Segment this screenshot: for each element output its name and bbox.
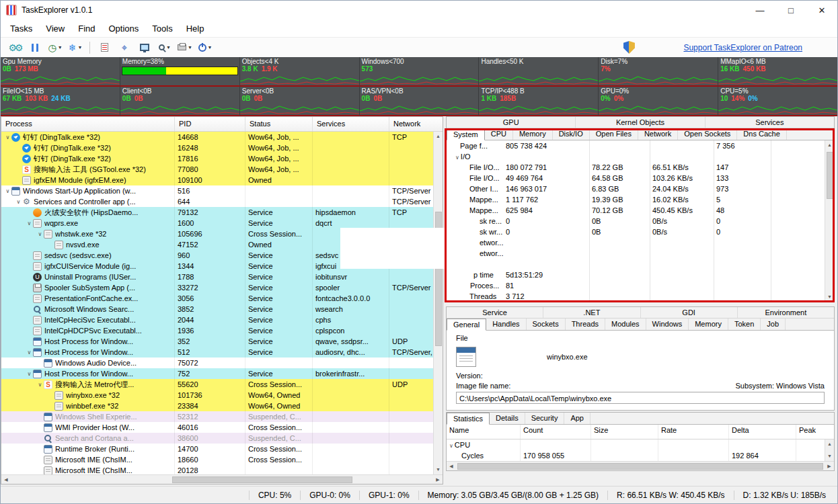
system-info-row[interactable]: p time5d13:51:29 <box>447 269 825 280</box>
scroll-track[interactable] <box>11 475 433 484</box>
process-row[interactable]: 钉钉 (DingTalk.exe *32)16248Wow64, Job, ..… <box>1 142 433 153</box>
group-expander-icon[interactable]: ∨ <box>449 443 453 449</box>
scroll-down-arrow[interactable]: ▼ <box>827 452 832 461</box>
process-horizontal-scrollbar[interactable]: ◀ ▶ <box>1 474 443 484</box>
graph-objects-4-k[interactable]: Objects<4 K3.8 K1.9 K <box>240 57 360 87</box>
graph-server-0b[interactable]: Server<0B0B0B <box>240 87 360 116</box>
system-info-row[interactable]: etwor... <box>447 248 825 259</box>
process-row[interactable]: IntelCpHeciSvc Executabl...2044Servicecp… <box>1 314 433 325</box>
tab-system[interactable]: System <box>447 128 485 140</box>
process-row[interactable]: Uninstall Programs (IUSer...1788Servicei… <box>1 271 433 282</box>
scroll-thumb[interactable] <box>172 476 352 483</box>
process-row[interactable]: ∨Services and Controller app (...644TCP/… <box>1 196 433 207</box>
process-row[interactable]: PresentationFontCache.ex...3056Servicefo… <box>1 293 433 304</box>
process-row[interactable]: igfxEM Module (igfxEM.exe)109100Owned <box>1 175 433 185</box>
stat-column-delta[interactable]: Delta <box>729 425 796 439</box>
tab-network[interactable]: Network <box>638 128 678 140</box>
tab-net[interactable]: .NET <box>543 307 640 318</box>
tree-expander[interactable]: ∨ <box>36 231 44 237</box>
process-row[interactable]: ∨Host Process for Window...752Servicebro… <box>1 368 433 379</box>
system-info-row[interactable]: Mappe...625 98470.12 GB450.45 KB/s48 <box>447 205 825 216</box>
stat-column-name[interactable]: Name <box>447 425 521 439</box>
scroll-left-arrow[interactable]: ◀ <box>447 464 456 469</box>
scroll-track[interactable] <box>456 462 825 470</box>
scroll-left-arrow[interactable]: ◀ <box>1 477 11 482</box>
tree-expander[interactable]: ∨ <box>26 349 33 355</box>
graph-memory-38[interactable]: Memory=38% <box>120 57 240 87</box>
process-row[interactable]: Microsoft IME (ChsIM...18660Cross Sessio… <box>1 454 433 465</box>
graph-gpu-memory[interactable]: Gpu Memory0B173 MB <box>1 57 120 87</box>
menu-options[interactable]: Options <box>102 21 145 36</box>
scroll-thumb[interactable] <box>827 152 833 199</box>
process-row[interactable]: Microsoft IME (ChsIM...20128 <box>1 465 433 474</box>
security-shield-icon[interactable] <box>620 40 638 56</box>
tree-expander[interactable]: ∨ <box>36 382 44 388</box>
menu-tools[interactable]: Tools <box>145 21 179 36</box>
tab-open-sockets[interactable]: Open Sockets <box>678 128 737 140</box>
process-row[interactable]: winybxo.exe *32101736Wow64, Owned <box>1 390 433 401</box>
tab-memory[interactable]: Memory <box>513 128 553 140</box>
tab-kernel-objects[interactable]: Kernel Objects <box>576 117 705 128</box>
process-row[interactable]: WMI Provider Host (W...46016Cross Sessio… <box>1 422 433 433</box>
system-info-row[interactable]: Other I...146 963 0176.83 GB24.04 KB/s97… <box>447 183 825 194</box>
process-row[interactable]: Runtime Broker (Runti...14700Cross Sessi… <box>1 444 433 454</box>
scroll-up-arrow[interactable]: ▲ <box>436 132 441 141</box>
pause-icon[interactable] <box>26 40 44 56</box>
graph-tcp-ip-488-b[interactable]: TCP/IP<488 B1 KB185B <box>479 87 599 116</box>
process-row[interactable]: ∨Windows Start-Up Application (w...516TC… <box>1 185 433 196</box>
menu-help[interactable]: Help <box>180 21 211 36</box>
power-icon[interactable]: ▼ <box>196 40 214 56</box>
tab-threads[interactable]: Threads <box>566 319 605 330</box>
tab-memory[interactable]: Memory <box>689 319 728 330</box>
tab-environment[interactable]: Environment <box>738 307 834 318</box>
process-row[interactable]: Search and Cortana a...38600Suspended, C… <box>1 433 433 444</box>
menu-find[interactable]: Find <box>71 21 102 36</box>
process-vertical-scrollbar[interactable]: ▲ ▼ <box>433 132 443 474</box>
tab-services[interactable]: Services <box>706 117 834 128</box>
process-row[interactable]: ∨Host Process for Window...512Serviceaud… <box>1 347 433 358</box>
system-info-row[interactable]: Page f...805 738 4247 356 <box>447 140 825 151</box>
graph-handles-50-k[interactable]: Handles<50 K <box>479 57 599 87</box>
find-window-icon[interactable]: ▼ <box>156 40 174 56</box>
tab-details[interactable]: Details <box>490 413 525 424</box>
stat-row[interactable]: ∨CPU <box>447 439 825 450</box>
graph-ras-vpn-0b[interactable]: RAS/VPN<0B0B0B <box>360 87 480 116</box>
system-info-row[interactable]: File I/O...180 072 79178.22 GB66.51 KB/s… <box>447 162 825 173</box>
tab-job[interactable]: Job <box>761 319 786 330</box>
scroll-down-arrow[interactable]: ▼ <box>827 292 832 302</box>
close-button[interactable]: ✕ <box>806 1 837 19</box>
stat-column-peak[interactable]: Peak <box>796 425 834 439</box>
report-icon[interactable] <box>96 40 113 56</box>
system-info-row[interactable]: sk wr...00B0B/s0 <box>447 226 825 237</box>
column-header-process[interactable]: Process <box>1 117 175 131</box>
group-expander-icon[interactable]: ∨ <box>455 155 459 161</box>
process-row[interactable]: Host Process for Window...352Serviceqwav… <box>1 336 433 347</box>
stat-column-rate[interactable]: Rate <box>658 425 729 439</box>
graph-cpu-5[interactable]: CPU=5%1014%0% <box>718 87 837 116</box>
system-info-row[interactable]: ∨I/O <box>447 151 825 162</box>
scroll-down-arrow[interactable]: ▼ <box>436 465 441 474</box>
tab-handles[interactable]: Handles <box>486 319 526 330</box>
tab-modules[interactable]: Modules <box>605 319 646 330</box>
system-info-row[interactable]: Mappe...1 117 76219.39 GB16.02 KB/s5 <box>447 194 825 205</box>
process-row[interactable]: Windows Shell Experie...52312Suspended, … <box>1 411 433 422</box>
tab-open-files[interactable]: Open Files <box>590 128 638 140</box>
process-row[interactable]: Windows Audio Device...75072 <box>1 358 433 368</box>
scroll-thumb[interactable] <box>457 463 823 470</box>
tab-gdi[interactable]: GDI <box>641 307 738 318</box>
stat-row[interactable]: Cycles170 958 055192 864 <box>447 450 825 461</box>
maximize-button[interactable]: □ <box>775 1 806 19</box>
statistics-horizontal-scrollbar[interactable]: ◀ ▶ <box>447 461 834 470</box>
tree-expander[interactable]: ∨ <box>26 220 33 226</box>
process-row[interactable]: ∨wqprs.exe1600Servicedqcrt <box>1 218 433 228</box>
stat-column-count[interactable]: Count <box>521 425 591 439</box>
tree-expander[interactable]: ∨ <box>4 134 11 140</box>
column-header-status[interactable]: Status <box>245 117 313 131</box>
process-row[interactable]: 搜狗输入法 工具 (SGTool.exe *32)77080Wow64, Job… <box>1 164 433 175</box>
refresh-interval-icon[interactable]: ◷▼ <box>46 40 64 56</box>
process-row[interactable]: Microsoft Windows Searc...3852Servicewse… <box>1 304 433 314</box>
settings-gears-icon[interactable]: ⚙⚙ <box>6 40 24 56</box>
tab-service[interactable]: Service <box>447 307 543 318</box>
monitor-icon[interactable] <box>136 40 153 56</box>
patreon-link[interactable]: Support TaskExplorer on Patreon <box>683 43 802 52</box>
